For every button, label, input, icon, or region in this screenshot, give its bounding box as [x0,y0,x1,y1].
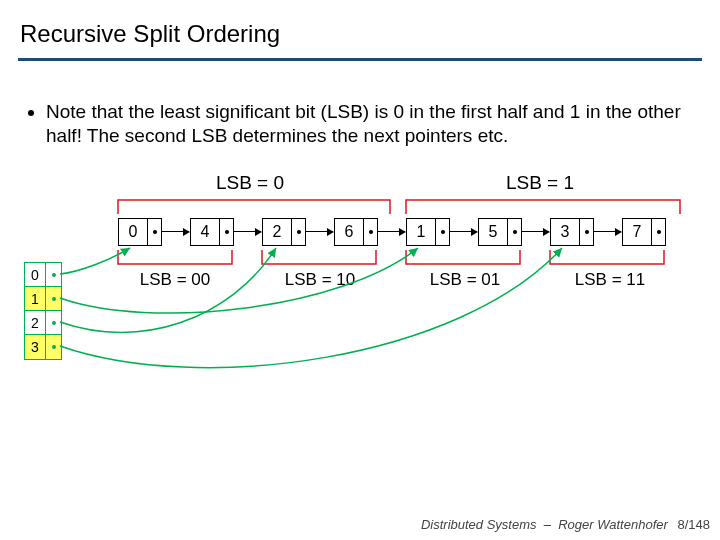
node-4-val: 1 [407,223,435,241]
node-5-ptr [507,219,521,245]
bucket-2-ptr [45,311,61,334]
bucket-3-num: 3 [25,339,45,355]
bucket-0-ptr [45,263,61,286]
bucket-table: 0 1 2 3 [24,262,62,360]
node-6-ptr [579,219,593,245]
arrow-2-3 [306,231,333,232]
lsb-top-left: LSB = 0 [210,172,290,194]
bucket-2: 2 [25,311,61,335]
node-0-val: 0 [119,223,147,241]
footer-page: 8/148 [677,517,710,532]
node-2: 2 [262,218,306,246]
node-6: 3 [550,218,594,246]
bullet-block: Note that the least significant bit (LSB… [28,100,688,148]
node-5: 5 [478,218,522,246]
bucket-0: 0 [25,263,61,287]
node-3-ptr [363,219,377,245]
node-6-val: 3 [551,223,579,241]
lsb-bottom-00: LSB = 00 [130,270,220,290]
page-title: Recursive Split Ordering [20,20,280,48]
bucket-0-num: 0 [25,267,45,283]
node-3: 6 [334,218,378,246]
bucket-3: 3 [25,335,61,359]
node-5-val: 5 [479,223,507,241]
footer: Distributed Systems – Roger Wattenhofer … [421,517,710,532]
footer-author: Roger Wattenhofer [558,517,668,532]
arrow-0-1 [162,231,189,232]
footer-sep: – [544,517,551,532]
arrow-1-2 [234,231,261,232]
node-2-val: 2 [263,223,291,241]
node-7-val: 7 [623,223,651,241]
bucket-1-ptr [45,287,61,310]
bucket-2-num: 2 [25,315,45,331]
node-0-ptr [147,219,161,245]
node-3-val: 6 [335,223,363,241]
bucket-3-ptr [45,335,61,359]
node-1: 4 [190,218,234,246]
arrow-6-7 [594,231,621,232]
node-2-ptr [291,219,305,245]
title-underline [18,58,702,61]
lsb-bottom-10: LSB = 10 [275,270,365,290]
lsb-bottom-01: LSB = 01 [420,270,510,290]
arrow-5-6 [522,231,549,232]
node-0: 0 [118,218,162,246]
bucket-1-num: 1 [25,291,45,307]
node-7-ptr [651,219,665,245]
bullet-text: Note that the least significant bit (LSB… [46,100,688,148]
node-4-ptr [435,219,449,245]
bucket-1: 1 [25,287,61,311]
node-4: 1 [406,218,450,246]
node-1-val: 4 [191,223,219,241]
arrow-3-4 [378,231,405,232]
node-7: 7 [622,218,666,246]
node-1-ptr [219,219,233,245]
lsb-top-right: LSB = 1 [500,172,580,194]
arrow-4-5 [450,231,477,232]
lsb-bottom-11: LSB = 11 [565,270,655,290]
footer-course: Distributed Systems [421,517,537,532]
